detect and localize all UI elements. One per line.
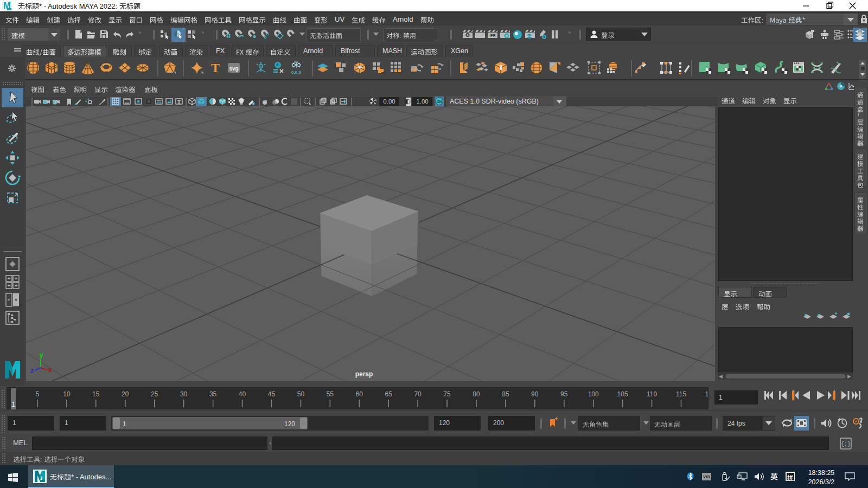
- svg-text:{;}: {;}: [841, 441, 851, 447]
- svg-text:30: 30: [180, 390, 188, 398]
- svg-text:z: z: [30, 367, 34, 375]
- svg-text:60: 60: [356, 390, 363, 398]
- svg-text:y: y: [40, 351, 43, 359]
- svg-text:85: 85: [502, 390, 509, 398]
- svg-text:45: 45: [268, 390, 276, 398]
- svg-text:10: 10: [63, 390, 71, 398]
- svg-text:75: 75: [443, 390, 451, 398]
- svg-text:100: 100: [588, 390, 599, 398]
- svg-text:110: 110: [647, 390, 657, 398]
- svg-text:20: 20: [122, 390, 129, 398]
- svg-text:105: 105: [617, 390, 628, 398]
- svg-text:90: 90: [531, 390, 539, 398]
- svg-text:50: 50: [297, 390, 305, 398]
- svg-text:70: 70: [414, 390, 422, 398]
- svg-text:120: 120: [705, 390, 708, 398]
- svg-text:95: 95: [560, 390, 568, 398]
- svg-text:0,0,0: 0,0,0: [291, 70, 301, 75]
- svg-text:svg: svg: [229, 66, 238, 72]
- svg-text:5: 5: [36, 390, 40, 398]
- svg-text:IPR: IPR: [490, 34, 496, 37]
- svg-text:35: 35: [209, 390, 217, 398]
- svg-text:65: 65: [385, 390, 393, 398]
- svg-text:persp: persp: [355, 370, 373, 378]
- svg-text:40: 40: [239, 390, 246, 398]
- svg-text:115: 115: [676, 390, 686, 398]
- svg-text:80: 80: [473, 390, 480, 398]
- svg-text:1: 1: [11, 401, 15, 408]
- svg-text:T: T: [177, 99, 181, 105]
- svg-text:25: 25: [151, 390, 158, 398]
- svg-text:T: T: [211, 61, 220, 75]
- svg-text:x: x: [48, 366, 52, 374]
- svg-text:15: 15: [92, 390, 100, 398]
- svg-text:55: 55: [327, 390, 334, 398]
